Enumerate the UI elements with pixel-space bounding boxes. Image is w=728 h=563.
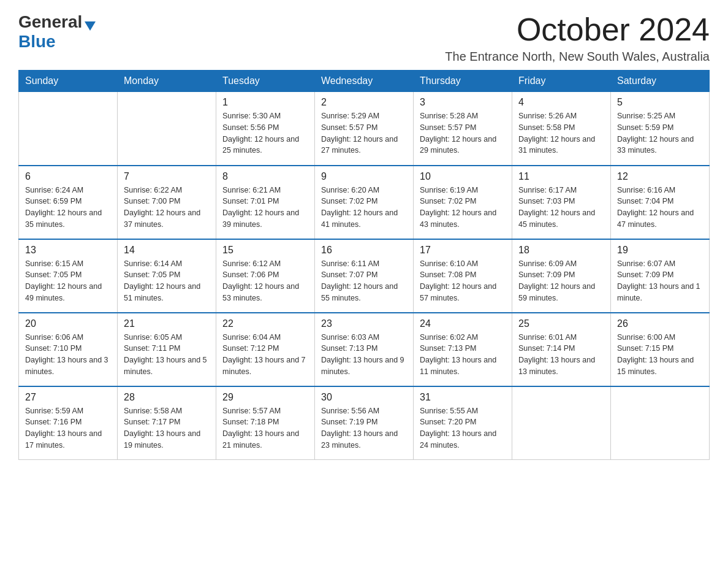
day-number: 7: [124, 171, 210, 182]
main-title: October 2024: [445, 12, 710, 47]
calendar-cell: 8Sunrise: 6:21 AMSunset: 7:01 PMDaylight…: [216, 166, 315, 239]
day-number: 4: [518, 97, 604, 108]
day-number: 18: [518, 245, 604, 256]
day-detail: Sunrise: 6:19 AMSunset: 7:02 PMDaylight:…: [420, 185, 506, 231]
day-detail: Sunrise: 6:15 AMSunset: 7:05 PMDaylight:…: [25, 258, 111, 304]
day-number: 31: [420, 392, 506, 403]
week-row-5: 27Sunrise: 5:59 AMSunset: 7:16 PMDayligh…: [19, 386, 710, 460]
calendar-cell: 27Sunrise: 5:59 AMSunset: 7:16 PMDayligh…: [19, 386, 118, 460]
day-detail: Sunrise: 6:14 AMSunset: 7:05 PMDaylight:…: [124, 258, 210, 304]
calendar-cell: 20Sunrise: 6:06 AMSunset: 7:10 PMDayligh…: [19, 313, 118, 386]
header-wednesday: Wednesday: [315, 71, 414, 92]
calendar-cell: 5Sunrise: 5:25 AMSunset: 5:59 PMDaylight…: [611, 92, 710, 166]
calendar-cell: [19, 92, 118, 166]
day-detail: Sunrise: 6:01 AMSunset: 7:14 PMDaylight:…: [518, 332, 604, 378]
calendar-cell: 11Sunrise: 6:17 AMSunset: 7:03 PMDayligh…: [512, 166, 611, 239]
day-detail: Sunrise: 6:10 AMSunset: 7:08 PMDaylight:…: [420, 258, 506, 304]
calendar-cell: 14Sunrise: 6:14 AMSunset: 7:05 PMDayligh…: [118, 239, 216, 313]
header-sunday: Sunday: [19, 71, 118, 92]
calendar-cell: 26Sunrise: 6:00 AMSunset: 7:15 PMDayligh…: [611, 313, 710, 386]
calendar-cell: 6Sunrise: 6:24 AMSunset: 6:59 PMDaylight…: [19, 166, 118, 239]
calendar-cell: 10Sunrise: 6:19 AMSunset: 7:02 PMDayligh…: [414, 166, 512, 239]
calendar-cell: 22Sunrise: 6:04 AMSunset: 7:12 PMDayligh…: [216, 313, 315, 386]
header-thursday: Thursday: [414, 71, 512, 92]
calendar-cell: 4Sunrise: 5:26 AMSunset: 5:58 PMDaylight…: [512, 92, 611, 166]
day-number: 14: [124, 245, 210, 256]
calendar-cell: 7Sunrise: 6:22 AMSunset: 7:00 PMDaylight…: [118, 166, 216, 239]
header-tuesday: Tuesday: [216, 71, 315, 92]
calendar-header-row: SundayMondayTuesdayWednesdayThursdayFrid…: [19, 71, 710, 92]
day-detail: Sunrise: 6:07 AMSunset: 7:09 PMDaylight:…: [617, 258, 703, 304]
day-detail: Sunrise: 6:12 AMSunset: 7:06 PMDaylight:…: [222, 258, 308, 304]
calendar-cell: 23Sunrise: 6:03 AMSunset: 7:13 PMDayligh…: [315, 313, 414, 386]
header-monday: Monday: [118, 71, 216, 92]
day-detail: Sunrise: 5:28 AMSunset: 5:57 PMDaylight:…: [420, 110, 506, 156]
day-number: 1: [222, 97, 308, 108]
calendar-cell: 25Sunrise: 6:01 AMSunset: 7:14 PMDayligh…: [512, 313, 611, 386]
day-detail: Sunrise: 6:16 AMSunset: 7:04 PMDaylight:…: [617, 185, 703, 231]
day-number: 24: [420, 318, 506, 329]
day-detail: Sunrise: 5:30 AMSunset: 5:56 PMDaylight:…: [222, 110, 308, 156]
logo: General Blue: [18, 12, 96, 52]
day-number: 17: [420, 245, 506, 256]
day-number: 11: [518, 171, 604, 182]
week-row-4: 20Sunrise: 6:06 AMSunset: 7:10 PMDayligh…: [19, 313, 710, 386]
calendar-cell: 29Sunrise: 5:57 AMSunset: 7:18 PMDayligh…: [216, 386, 315, 460]
day-detail: Sunrise: 6:24 AMSunset: 6:59 PMDaylight:…: [25, 185, 111, 231]
day-number: 21: [124, 318, 210, 329]
calendar-cell: 21Sunrise: 6:05 AMSunset: 7:11 PMDayligh…: [118, 313, 216, 386]
calendar-cell: [611, 386, 710, 460]
calendar-cell: [512, 386, 611, 460]
day-detail: Sunrise: 6:06 AMSunset: 7:10 PMDaylight:…: [25, 332, 111, 378]
logo-general-text: General: [18, 12, 82, 32]
calendar-cell: 3Sunrise: 5:28 AMSunset: 5:57 PMDaylight…: [414, 92, 512, 166]
day-detail: Sunrise: 6:02 AMSunset: 7:13 PMDaylight:…: [420, 332, 506, 378]
calendar-cell: 30Sunrise: 5:56 AMSunset: 7:19 PMDayligh…: [315, 386, 414, 460]
day-detail: Sunrise: 6:11 AMSunset: 7:07 PMDaylight:…: [321, 258, 407, 304]
day-detail: Sunrise: 6:21 AMSunset: 7:01 PMDaylight:…: [222, 185, 308, 231]
calendar-cell: 17Sunrise: 6:10 AMSunset: 7:08 PMDayligh…: [414, 239, 512, 313]
day-number: 16: [321, 245, 407, 256]
day-detail: Sunrise: 6:09 AMSunset: 7:09 PMDaylight:…: [518, 258, 604, 304]
calendar-cell: [118, 92, 216, 166]
week-row-2: 6Sunrise: 6:24 AMSunset: 6:59 PMDaylight…: [19, 166, 710, 239]
day-number: 13: [25, 245, 111, 256]
day-number: 26: [617, 318, 703, 329]
day-number: 25: [518, 318, 604, 329]
day-number: 5: [617, 97, 703, 108]
calendar-cell: 2Sunrise: 5:29 AMSunset: 5:57 PMDaylight…: [315, 92, 414, 166]
logo-triangle-icon: [85, 21, 96, 31]
subtitle: The Entrance North, New South Wales, Aus…: [445, 50, 710, 64]
day-number: 20: [25, 318, 111, 329]
day-detail: Sunrise: 6:17 AMSunset: 7:03 PMDaylight:…: [518, 185, 604, 231]
day-detail: Sunrise: 5:26 AMSunset: 5:58 PMDaylight:…: [518, 110, 604, 156]
calendar-cell: 15Sunrise: 6:12 AMSunset: 7:06 PMDayligh…: [216, 239, 315, 313]
day-number: 27: [25, 392, 111, 403]
day-number: 19: [617, 245, 703, 256]
day-number: 29: [222, 392, 308, 403]
week-row-1: 1Sunrise: 5:30 AMSunset: 5:56 PMDaylight…: [19, 92, 710, 166]
day-number: 12: [617, 171, 703, 182]
day-number: 9: [321, 171, 407, 182]
day-number: 3: [420, 97, 506, 108]
calendar-cell: 9Sunrise: 6:20 AMSunset: 7:02 PMDaylight…: [315, 166, 414, 239]
day-number: 23: [321, 318, 407, 329]
calendar-cell: 1Sunrise: 5:30 AMSunset: 5:56 PMDaylight…: [216, 92, 315, 166]
day-detail: Sunrise: 5:57 AMSunset: 7:18 PMDaylight:…: [222, 405, 308, 451]
day-detail: Sunrise: 5:56 AMSunset: 7:19 PMDaylight:…: [321, 405, 407, 451]
calendar-cell: 24Sunrise: 6:02 AMSunset: 7:13 PMDayligh…: [414, 313, 512, 386]
day-number: 8: [222, 171, 308, 182]
day-detail: Sunrise: 6:04 AMSunset: 7:12 PMDaylight:…: [222, 332, 308, 378]
day-number: 28: [124, 392, 210, 403]
day-detail: Sunrise: 5:29 AMSunset: 5:57 PMDaylight:…: [321, 110, 407, 156]
day-detail: Sunrise: 5:59 AMSunset: 7:16 PMDaylight:…: [25, 405, 111, 451]
calendar-cell: 16Sunrise: 6:11 AMSunset: 7:07 PMDayligh…: [315, 239, 414, 313]
day-number: 30: [321, 392, 407, 403]
day-detail: Sunrise: 6:22 AMSunset: 7:00 PMDaylight:…: [124, 185, 210, 231]
header-saturday: Saturday: [611, 71, 710, 92]
day-number: 15: [222, 245, 308, 256]
calendar-cell: 28Sunrise: 5:58 AMSunset: 7:17 PMDayligh…: [118, 386, 216, 460]
title-area: October 2024 The Entrance North, New Sou…: [445, 12, 710, 64]
day-number: 10: [420, 171, 506, 182]
logo-blue-text: Blue: [18, 32, 56, 52]
